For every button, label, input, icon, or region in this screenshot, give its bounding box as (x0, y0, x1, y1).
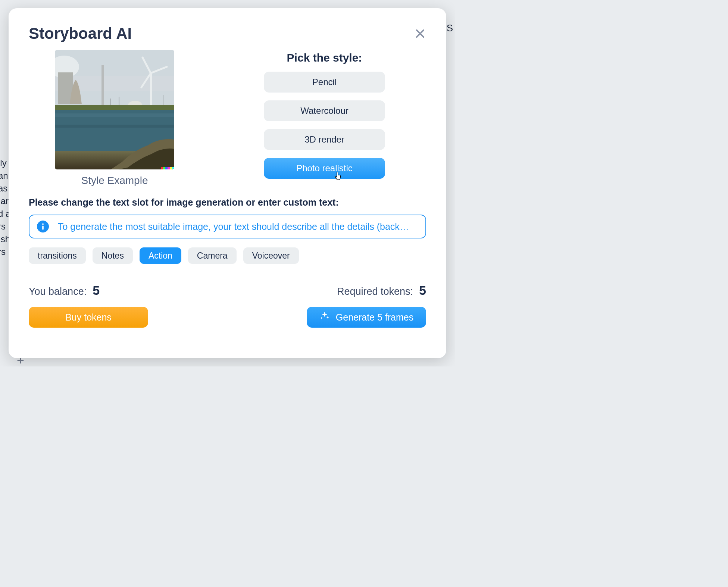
svg-rect-21 (168, 167, 170, 169)
tab-voiceover[interactable]: Voiceover (243, 247, 299, 264)
generate-frames-button[interactable]: Generate 5 frames (307, 307, 426, 328)
background-letter-right: S (447, 22, 453, 34)
generate-button-label: Generate 5 frames (336, 312, 413, 323)
buy-tokens-button[interactable]: Buy tokens (29, 307, 148, 328)
svg-point-24 (42, 224, 44, 225)
svg-rect-6 (101, 65, 104, 105)
style-option-pencil[interactable]: Pencil (264, 72, 385, 93)
svg-rect-19 (163, 167, 165, 169)
tab-notes[interactable]: Notes (93, 247, 133, 264)
svg-rect-14 (55, 105, 174, 110)
svg-rect-22 (170, 167, 172, 169)
svg-rect-16 (55, 113, 174, 117)
required-tokens-value: 5 (419, 283, 426, 298)
required-tokens-row: Required tokens: 5 (337, 283, 426, 298)
svg-rect-23 (172, 167, 174, 169)
style-example-caption: Style Example (81, 175, 148, 187)
style-picker-column: Pick the style: Pencil Watercolour 3D re… (189, 50, 426, 187)
upper-section: Style Example Pick the style: Pencil Wat… (29, 50, 426, 187)
style-heading: Pick the style: (287, 51, 362, 64)
close-icon[interactable] (414, 28, 426, 40)
style-example-image (55, 50, 174, 169)
footer-right: Required tokens: 5 Generate 5 frames (307, 283, 426, 328)
tab-action[interactable]: Action (140, 247, 181, 264)
prompt-section: Please change the text slot for image ge… (29, 197, 426, 264)
text-slot-tabs: transitions Notes Action Camera Voiceove… (29, 247, 426, 264)
svg-rect-7 (150, 72, 152, 108)
info-icon (37, 221, 49, 232)
svg-rect-18 (161, 167, 163, 169)
tab-camera[interactable]: Camera (188, 247, 237, 264)
style-option-watercolour[interactable]: Watercolour (264, 100, 385, 121)
modal-header: Storyboard AI (29, 25, 426, 43)
style-buttons: Pencil Watercolour 3D render Photo reali… (264, 72, 385, 179)
svg-rect-20 (165, 167, 168, 169)
modal-title: Storyboard AI (29, 25, 132, 43)
prompt-label: Please change the text slot for image ge… (29, 197, 426, 208)
modal-footer: You balance: 5 Buy tokens Required token… (29, 283, 426, 328)
balance-value: 5 (93, 283, 100, 298)
style-option-label: Photo realistic (296, 163, 353, 173)
footer-left: You balance: 5 Buy tokens (29, 283, 148, 328)
svg-rect-25 (42, 226, 44, 230)
storyboard-ai-modal: Storyboard AI (9, 8, 446, 358)
balance-row: You balance: 5 (29, 283, 148, 298)
sparkle-icon (319, 311, 330, 324)
tab-transitions[interactable]: transitions (29, 247, 86, 264)
style-example-column: Style Example (29, 50, 174, 187)
balance-label: You balance: (29, 286, 87, 297)
style-option-photo-realistic[interactable]: Photo realistic (264, 158, 385, 179)
prompt-info-text: To generate the most suitable image, you… (58, 221, 418, 232)
style-option-3d-render[interactable]: 3D render (264, 129, 385, 150)
svg-rect-17 (55, 125, 174, 128)
prompt-info-box[interactable]: To generate the most suitable image, you… (29, 215, 426, 238)
required-tokens-label: Required tokens: (337, 286, 413, 297)
